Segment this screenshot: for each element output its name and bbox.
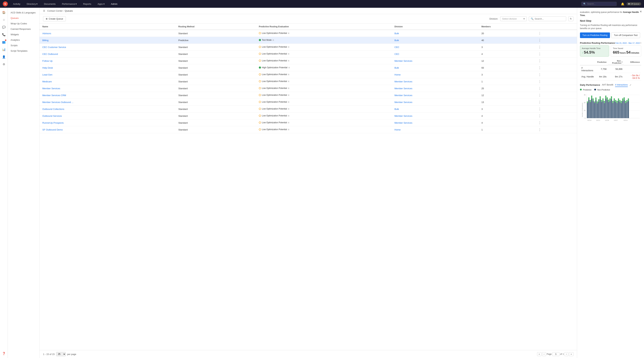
cell-name[interactable]: Member Services Outbound ...	[40, 99, 176, 106]
cell-evaluation: Low Optimization Potential ⊞	[256, 57, 392, 64]
sidebar-script-templates[interactable]: Script Templates	[8, 48, 39, 54]
nav-directory[interactable]: Directory▾	[26, 2, 39, 6]
cell-division[interactable]: Home	[392, 126, 479, 133]
nav-performance[interactable]: Performance▾	[61, 2, 78, 6]
cell-division[interactable]: CEC	[392, 44, 479, 51]
cell-row-actions[interactable]: ⋮	[534, 37, 577, 44]
cell-row-actions[interactable]: ⋮	[534, 112, 577, 119]
cell-division[interactable]: Member Services	[392, 119, 479, 126]
sidebar-widgets[interactable]: Widgets	[8, 32, 39, 37]
cell-name[interactable]: Member Services	[40, 85, 176, 92]
last-page-button[interactable]: »	[569, 352, 574, 356]
nav-documents[interactable]: Documents	[43, 2, 57, 6]
cell-row-actions[interactable]: ⋮	[534, 51, 577, 57]
cell-name[interactable]: CEC Outbound	[40, 51, 176, 57]
cell-row-actions[interactable]: ⋮	[534, 71, 577, 78]
breadcrumb-root[interactable]: Contact Center	[47, 9, 63, 12]
cell-name[interactable]: Lead Gen	[40, 71, 176, 78]
cell-row-actions[interactable]: ⋮	[534, 64, 577, 71]
cell-row-actions[interactable]: ⋮	[534, 85, 577, 92]
cell-row-actions[interactable]: ⋮	[534, 30, 577, 37]
cell-name[interactable]: Help Desk	[40, 64, 176, 71]
sidebar-queues[interactable]: Queues	[8, 15, 39, 21]
cell-members: 3	[478, 44, 534, 51]
cell-name[interactable]: Billing	[40, 37, 176, 44]
cell-row-actions[interactable]: ⋮	[534, 119, 577, 126]
turn-off-comparison-button[interactable]: Turn off Comparison Test	[611, 32, 640, 38]
cell-name[interactable]: CEC Customer Service	[40, 44, 176, 51]
cell-division[interactable]: Bulk	[392, 30, 479, 37]
sidebar-wrap-up-codes[interactable]: Wrap-Up Codes	[8, 21, 39, 26]
cell-row-actions[interactable]: ⋮	[534, 57, 577, 64]
app-logo[interactable]: G	[3, 1, 8, 6]
cell-division[interactable]: Member Services	[392, 78, 479, 85]
sidebar-icon-home[interactable]: 🏠	[1, 9, 7, 15]
cell-row-actions[interactable]: ⋮	[534, 126, 577, 133]
sidebar-scripts[interactable]: Scripts	[8, 43, 39, 48]
cell-evaluation: Low Optimization Potential ⊞	[256, 99, 392, 106]
menu-icon[interactable]: ☰	[43, 9, 45, 12]
sidebar-icon-contacts[interactable]: 👥	[1, 39, 7, 45]
turn-on-predictive-button[interactable]: Turn on Predictive Routing	[580, 32, 610, 38]
next-page-button[interactable]: ›	[564, 352, 568, 356]
cell-name[interactable]: Follow Up	[40, 57, 176, 64]
tab-aht-benefit[interactable]: AHT Benefit	[602, 83, 613, 87]
cell-routing: Standard	[176, 126, 256, 133]
cell-division[interactable]: Member Services	[392, 99, 479, 106]
nav-reports[interactable]: Reports	[82, 2, 92, 6]
cell-division[interactable]: Home	[392, 71, 479, 78]
nav-activity[interactable]: Activity	[12, 2, 21, 6]
cell-division[interactable]: Member Services	[392, 57, 479, 64]
cell-name[interactable]: Member Services CRM	[40, 92, 176, 99]
search-input[interactable]	[534, 17, 564, 20]
cell-name[interactable]: Outbound Services	[40, 112, 176, 119]
prev-page-button[interactable]: ‹	[542, 352, 546, 356]
cell-division[interactable]: Member Services	[392, 85, 479, 92]
sidebar-icon-users[interactable]: 👤	[1, 54, 7, 60]
global-search-box[interactable]: 🔍	[581, 2, 617, 6]
per-page-select[interactable]: 25 50 100	[56, 352, 66, 356]
cell-name[interactable]: Medicare	[40, 78, 176, 85]
refresh-button[interactable]: ↻	[568, 16, 574, 21]
global-search-input[interactable]	[587, 3, 615, 5]
nav-apps[interactable]: Apps▾	[96, 2, 106, 6]
sidebar-analytics[interactable]: Analytics	[8, 37, 39, 43]
table-row: Outbound Services Standard Low Optimizat…	[40, 112, 577, 119]
cell-division[interactable]: Bulk	[392, 106, 479, 112]
cell-name[interactable]: Outbound Collections	[40, 106, 176, 112]
panel-close-button[interactable]: ✕	[640, 10, 642, 13]
sidebar-icon-analytics[interactable]: 📊	[1, 46, 7, 52]
cell-row-actions[interactable]: ⋮	[534, 99, 577, 106]
cell-division[interactable]: Member Services	[392, 92, 479, 99]
nav-admin[interactable]: Admin	[110, 2, 118, 6]
sidebar-icon-help[interactable]: ❓	[1, 350, 7, 357]
division-select[interactable]: Select division ▾	[500, 16, 527, 21]
cell-row-actions[interactable]: ⋮	[534, 92, 577, 99]
search-box[interactable]: 🔍	[529, 16, 566, 21]
sidebar-icon-chat[interactable]: 💬	[1, 24, 7, 30]
svg-rect-25	[598, 102, 599, 118]
cell-row-actions[interactable]: ⋮	[534, 106, 577, 112]
cell-division[interactable]: CEC	[392, 51, 479, 57]
sidebar-icon-settings[interactable]: ⚙	[1, 61, 7, 67]
cell-name[interactable]: RunnerUp Prospects	[40, 119, 176, 126]
expand-chart-button[interactable]: ⤢	[630, 84, 631, 86]
cell-row-actions[interactable]: ⋮	[534, 44, 577, 51]
sidebar-acd-skills[interactable]: ACD Skills & Languages	[8, 10, 39, 15]
cell-division[interactable]: Bulk	[392, 37, 479, 44]
tab-interactions[interactable]: # Interactions	[615, 83, 628, 87]
cell-evaluation: Test Mode ⊞	[256, 37, 392, 44]
create-queue-button[interactable]: ⊕ Create Queue	[43, 16, 66, 21]
cell-row-actions[interactable]: ⋮	[534, 78, 577, 85]
bell-icon[interactable]: 🔔	[621, 2, 624, 6]
off-queue-button[interactable]: Off Queue	[626, 2, 641, 5]
cell-name[interactable]: Advisors	[40, 30, 176, 37]
cell-division[interactable]: Bulk	[392, 64, 479, 71]
sidebar-canned-responses[interactable]: Canned Responses	[8, 26, 39, 32]
page-input[interactable]	[552, 352, 560, 356]
sidebar-icon-phone[interactable]: 📞	[1, 31, 7, 38]
cell-division[interactable]: Member Services	[392, 112, 479, 119]
first-page-button[interactable]: «	[537, 352, 542, 356]
sidebar-icon-star[interactable]: ☆	[1, 16, 7, 23]
cell-name[interactable]: SF Outbound Demo	[40, 126, 176, 133]
